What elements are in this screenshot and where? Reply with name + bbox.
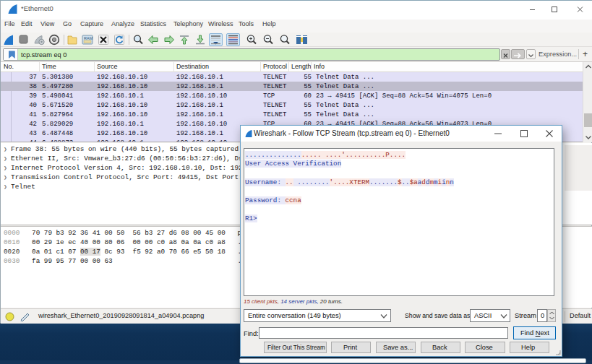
svg-text:RAM: RAM — [84, 36, 93, 40]
